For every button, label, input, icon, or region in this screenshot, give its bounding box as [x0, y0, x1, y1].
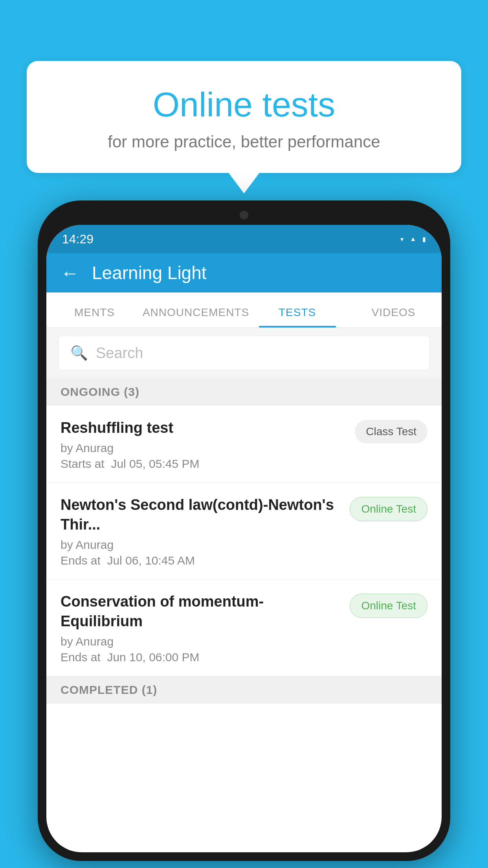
test-date-3: Ends at Jun 10, 06:00 PM	[61, 651, 342, 664]
ongoing-section-header: ONGOING (3)	[46, 378, 442, 406]
phone-notch	[218, 200, 270, 223]
test-name-2: Newton's Second law(contd)-Newton's Thir…	[61, 495, 342, 534]
tab-tests[interactable]: TESTS	[249, 306, 345, 327]
signal-icon: ▲	[410, 235, 416, 243]
search-container: 🔍 Search	[46, 328, 442, 378]
status-time: 14:29	[62, 232, 94, 246]
test-badge-3: Online Test	[350, 594, 427, 618]
test-date-1: Starts at Jul 05, 05:45 PM	[61, 457, 347, 471]
test-name-3: Conservation of momentum-Equilibrium	[61, 592, 342, 631]
test-item-3[interactable]: Conservation of momentum-Equilibrium by …	[46, 579, 442, 676]
speech-bubble-container: Online tests for more practice, better p…	[27, 61, 461, 173]
app-header: ← Learning Light	[46, 253, 442, 292]
search-icon: 🔍	[70, 345, 88, 361]
test-info-3: Conservation of momentum-Equilibrium by …	[61, 592, 350, 664]
tab-videos[interactable]: VIDEOS	[345, 306, 442, 327]
test-by-1: by Anurag	[61, 441, 347, 455]
bubble-subtitle: for more practice, better performance	[46, 132, 442, 151]
phone-frame: 14:29 ▾ ▲ ▮ ← Learning Light MENTS ANNOU…	[38, 200, 450, 861]
test-badge-1: Class Test	[355, 420, 427, 443]
tab-ments[interactable]: MENTS	[46, 306, 143, 327]
test-list: Reshuffling test by Anurag Starts at Jul…	[46, 406, 442, 676]
test-badge-2: Online Test	[350, 497, 427, 521]
status-icons: ▾ ▲ ▮	[400, 235, 426, 243]
tab-announcements[interactable]: ANNOUNCEMENTS	[143, 306, 249, 327]
test-date-2: Ends at Jul 06, 10:45 AM	[61, 554, 342, 567]
test-item-2[interactable]: Newton's Second law(contd)-Newton's Thir…	[46, 483, 442, 579]
bubble-title: Online tests	[46, 85, 442, 125]
wifi-icon: ▾	[400, 235, 404, 243]
tabs-bar: MENTS ANNOUNCEMENTS TESTS VIDEOS	[46, 292, 442, 328]
battery-icon: ▮	[422, 235, 426, 243]
front-camera	[240, 211, 248, 219]
search-bar[interactable]: 🔍 Search	[58, 336, 430, 370]
test-by-3: by Anurag	[61, 635, 342, 648]
test-item-1[interactable]: Reshuffling test by Anurag Starts at Jul…	[46, 406, 442, 483]
back-button[interactable]: ←	[61, 262, 79, 284]
test-info-2: Newton's Second law(contd)-Newton's Thir…	[61, 495, 350, 567]
test-info-1: Reshuffling test by Anurag Starts at Jul…	[61, 418, 355, 471]
phone-screen: 14:29 ▾ ▲ ▮ ← Learning Light MENTS ANNOU…	[46, 225, 442, 852]
search-input[interactable]: Search	[96, 345, 143, 362]
speech-bubble: Online tests for more practice, better p…	[27, 61, 461, 173]
test-name-1: Reshuffling test	[61, 418, 347, 438]
test-by-2: by Anurag	[61, 538, 342, 552]
status-bar: 14:29 ▾ ▲ ▮	[46, 225, 442, 253]
completed-section-header: COMPLETED (1)	[46, 676, 442, 704]
app-title: Learning Light	[92, 262, 207, 283]
